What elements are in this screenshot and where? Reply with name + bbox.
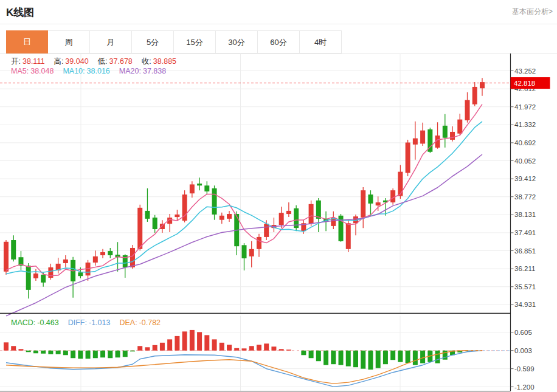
candle-up <box>420 131 425 144</box>
macd-bar-negative <box>93 351 98 358</box>
candle-down <box>316 201 321 219</box>
candle-down <box>241 245 246 258</box>
chart-area: 开:38.111高:39.040低:37.678收:38.885 MA5:38.… <box>0 53 557 392</box>
macd-bar-positive <box>153 345 157 351</box>
axis-tick-label: 35.571 <box>514 283 536 291</box>
macd-bar-positive <box>160 343 165 351</box>
candle-up <box>257 237 261 249</box>
gridlines <box>0 53 511 391</box>
tab-4时[interactable]: 4时 <box>300 30 342 53</box>
candle-up <box>220 216 224 220</box>
candle-up <box>309 204 314 224</box>
candle-up <box>137 208 142 249</box>
macd-bar-negative <box>323 351 328 365</box>
candle-up <box>398 172 403 196</box>
macd-bar-positive <box>197 332 202 350</box>
macd-bar-positive <box>271 346 276 350</box>
candle-down <box>78 272 83 276</box>
macd-bar-negative <box>63 351 68 355</box>
candle-up <box>264 224 269 237</box>
candle-up <box>100 252 105 255</box>
candle-up <box>130 248 135 267</box>
macd-bar-positive <box>18 349 23 350</box>
macd-bar-negative <box>368 351 373 370</box>
candle-down <box>108 251 112 255</box>
macd-legend: MACD:-0.463DIFF:-1.013DEA:-0.782 <box>11 318 170 327</box>
macd-bar-positive <box>227 345 232 350</box>
macd-bar-negative <box>41 351 46 354</box>
axis-tick-label: 37.491 <box>514 229 536 236</box>
timeframe-tabs: 日周月5分15分30分60分4时 <box>6 30 342 53</box>
macd-bar-negative <box>376 351 381 368</box>
macd-panel <box>0 330 511 387</box>
candle-up <box>249 249 254 256</box>
macd-bar-positive <box>167 339 172 350</box>
macd-bar-negative <box>309 351 314 358</box>
tab-60分[interactable]: 60分 <box>258 30 300 53</box>
macd-bar-positive <box>212 339 217 350</box>
axis-tick-label: 36.851 <box>514 247 536 255</box>
candle-down <box>26 266 31 290</box>
macd-bar-positive <box>204 335 209 350</box>
axis-tick-label: 34.931 <box>514 301 536 308</box>
tab-日[interactable]: 日 <box>6 30 48 53</box>
candle-up <box>63 260 68 263</box>
axis-tick-label: 43.252 <box>514 67 536 75</box>
macd-bar-negative <box>26 351 31 352</box>
macd-bar-negative <box>346 351 351 366</box>
macd-item: MACD:-0.463 <box>11 318 59 327</box>
macd-bar-negative <box>33 351 38 353</box>
candle-down <box>212 188 217 215</box>
dea-line <box>6 351 482 383</box>
candle-up <box>93 256 98 263</box>
macd-bar-positive <box>264 343 269 350</box>
ohlc-legend: 开:38.111高:39.040低:37.678收:38.885 <box>11 57 185 67</box>
candle-up <box>450 132 455 140</box>
candle-up <box>413 139 418 145</box>
candle-down <box>145 211 150 219</box>
macd-bar-negative <box>331 351 336 364</box>
candle-up <box>457 120 462 134</box>
ohlc-item: 开:38.111 <box>11 57 44 66</box>
macd-bar-negative <box>86 351 91 359</box>
ma-item: MA20:37.838 <box>119 67 166 75</box>
tab-月[interactable]: 月 <box>90 30 132 53</box>
macd-bar-positive <box>286 349 291 350</box>
macd-bar-positive <box>137 346 142 350</box>
candle-down <box>41 275 46 283</box>
tab-30分[interactable]: 30分 <box>216 30 258 53</box>
macd-bar-positive <box>234 348 239 351</box>
macd-bar-negative <box>339 351 344 365</box>
macd-bar-negative <box>390 351 395 360</box>
macd-bar-positive <box>182 331 187 350</box>
macd-bar-negative <box>130 351 135 351</box>
tab-5分[interactable]: 5分 <box>132 30 174 53</box>
axis-tick-label: 41.972 <box>514 103 536 111</box>
macd-bar-negative <box>123 351 128 357</box>
fundamental-analysis-link[interactable]: 基本面分析> <box>512 7 553 17</box>
kline-chart-canvas[interactable]: 43.25242.61241.97241.33240.69240.05239.4… <box>0 53 557 392</box>
macd-item: DIFF:-1.013 <box>68 318 111 327</box>
macd-bar-negative <box>316 351 321 361</box>
macd-bar-positive <box>279 349 284 350</box>
tab-15分[interactable]: 15分 <box>174 30 216 53</box>
candle-up <box>227 214 232 219</box>
axis-tick-label: 0.003 <box>514 347 532 354</box>
current-price-label: 42.818 <box>514 80 535 87</box>
macd-bar-negative <box>353 351 358 367</box>
macd-bar-negative <box>383 351 388 364</box>
candle-up <box>390 190 395 202</box>
candle-up <box>4 242 9 272</box>
axis-tick-label: 41.332 <box>514 121 536 128</box>
axis-tick-label: 39.412 <box>514 175 536 182</box>
axis-tick-label: 40.052 <box>514 157 536 165</box>
candle-up <box>406 143 410 173</box>
macd-bar-negative <box>108 351 112 358</box>
axis-tick-label: 38.772 <box>514 193 536 201</box>
candle-up <box>33 273 38 278</box>
axis-tick-label: -0.599 <box>514 365 535 373</box>
macd-bar-negative <box>398 351 403 362</box>
tab-周[interactable]: 周 <box>48 30 90 53</box>
candle-down <box>204 185 209 191</box>
macd-bar-positive <box>241 348 246 350</box>
